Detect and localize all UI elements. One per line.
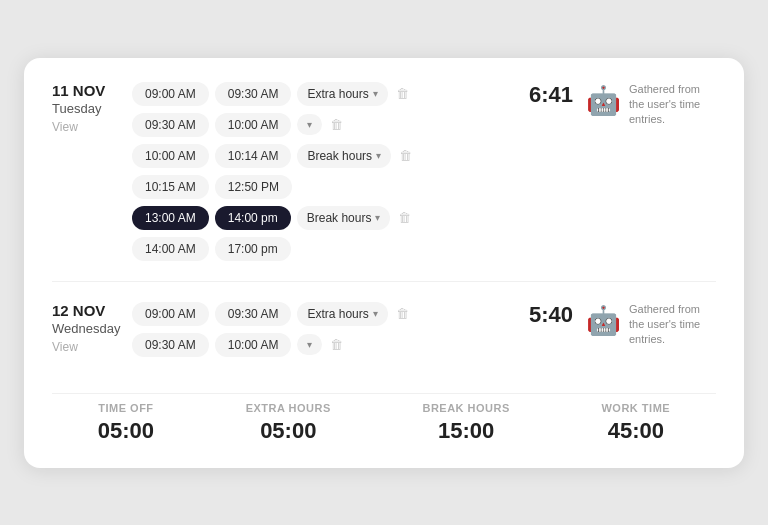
total-time-nov12: 5:40 xyxy=(529,302,573,328)
chevron-icon: ▾ xyxy=(307,119,312,130)
end-time[interactable]: 09:30 AM xyxy=(215,302,292,326)
end-time-active[interactable]: 14:00 pm xyxy=(215,206,291,230)
total-time-off: TIME OFF 05:00 xyxy=(98,402,154,444)
chevron-icon: ▾ xyxy=(373,308,378,319)
break-hours-label: BREAK HOURS xyxy=(422,402,509,414)
entries-nov11: 09:00 AM 09:30 AM Extra hours ▾ 🗑 09:30 … xyxy=(132,82,510,261)
total-break-hours: BREAK HOURS 15:00 xyxy=(422,402,509,444)
entry-row: 09:30 AM 10:00 AM ▾ 🗑 xyxy=(132,333,510,357)
end-time[interactable]: 10:00 AM xyxy=(215,113,292,137)
totals-row: TIME OFF 05:00 EXTRA HOURS 05:00 BREAK H… xyxy=(52,393,716,444)
start-time[interactable]: 09:00 AM xyxy=(132,302,209,326)
entry-row: 14:00 AM 17:00 pm xyxy=(132,237,510,261)
entry-row: 10:00 AM 10:14 AM Break hours ▾ 🗑 xyxy=(132,144,510,168)
time-off-value: 05:00 xyxy=(98,418,154,444)
chevron-icon: ▾ xyxy=(376,150,381,161)
delete-icon[interactable]: 🗑 xyxy=(396,306,409,321)
delete-icon[interactable]: 🗑 xyxy=(396,86,409,101)
delete-icon[interactable]: 🗑 xyxy=(330,117,343,132)
day-section-nov12: 12 NOV Wednesday View 09:00 AM 09:30 AM … xyxy=(52,302,716,377)
day-date-nov12: 12 NOV xyxy=(52,302,132,320)
entry-row: 10:15 AM 12:50 PM xyxy=(132,175,510,199)
start-time[interactable]: 09:00 AM xyxy=(132,82,209,106)
robot-text-nov11: Gathered from the user's time entries. xyxy=(629,82,716,128)
work-time-value: 45:00 xyxy=(601,418,670,444)
end-time[interactable]: 10:14 AM xyxy=(215,144,292,168)
total-time-nov11: 6:41 xyxy=(529,82,573,108)
entry-row: 13:00 AM 14:00 pm Break hours ▾ 🗑 xyxy=(132,206,510,230)
start-time[interactable]: 10:15 AM xyxy=(132,175,209,199)
end-time[interactable]: 12:50 PM xyxy=(215,175,292,199)
day-weekday-nov11: Tuesday xyxy=(52,100,132,118)
start-time[interactable]: 09:30 AM xyxy=(132,333,209,357)
day-label-nov12: 12 NOV Wednesday View xyxy=(52,302,132,354)
entries-nov12: 09:00 AM 09:30 AM Extra hours ▾ 🗑 09:30 … xyxy=(132,302,510,357)
day-section-nov11: 11 NOV Tuesday View 09:00 AM 09:30 AM Ex… xyxy=(52,82,716,282)
tag-break-hours-active[interactable]: Break hours ▾ xyxy=(297,206,391,230)
entry-row: 09:00 AM 09:30 AM Extra hours ▾ 🗑 xyxy=(132,302,510,326)
robot-icon: 🤖 xyxy=(586,304,621,337)
start-time[interactable]: 09:30 AM xyxy=(132,113,209,137)
day-summary-nov11: 6:41 xyxy=(526,82,576,108)
robot-area-nov12: 🤖 Gathered from the user's time entries. xyxy=(586,302,716,348)
main-card: 11 NOV Tuesday View 09:00 AM 09:30 AM Ex… xyxy=(24,58,744,468)
chevron-icon: ▾ xyxy=(307,339,312,350)
delete-icon[interactable]: 🗑 xyxy=(398,210,411,225)
tag-extra-hours[interactable]: Extra hours ▾ xyxy=(297,82,387,106)
day-summary-nov12: 5:40 xyxy=(526,302,576,328)
tag-extra-hours[interactable]: Extra hours ▾ xyxy=(297,302,387,326)
end-time[interactable]: 09:30 AM xyxy=(215,82,292,106)
day-label-nov11: 11 NOV Tuesday View xyxy=(52,82,132,134)
delete-icon[interactable]: 🗑 xyxy=(399,148,412,163)
delete-icon[interactable]: 🗑 xyxy=(330,337,343,352)
robot-icon: 🤖 xyxy=(586,84,621,117)
chevron-icon: ▾ xyxy=(373,88,378,99)
day-weekday-nov12: Wednesday xyxy=(52,320,132,338)
break-hours-value: 15:00 xyxy=(422,418,509,444)
day-view-nov12[interactable]: View xyxy=(52,340,132,354)
robot-text-nov12: Gathered from the user's time entries. xyxy=(629,302,716,348)
entry-row: 09:30 AM 10:00 AM ▾ 🗑 xyxy=(132,113,510,137)
start-time-active[interactable]: 13:00 AM xyxy=(132,206,209,230)
start-time[interactable]: 10:00 AM xyxy=(132,144,209,168)
extra-hours-value: 05:00 xyxy=(246,418,331,444)
time-off-label: TIME OFF xyxy=(98,402,154,414)
chevron-icon: ▾ xyxy=(375,212,380,223)
extra-hours-label: EXTRA HOURS xyxy=(246,402,331,414)
tag-empty[interactable]: ▾ xyxy=(297,334,322,355)
tag-empty[interactable]: ▾ xyxy=(297,114,322,135)
total-work-time: WORK TIME 45:00 xyxy=(601,402,670,444)
entry-row: 09:00 AM 09:30 AM Extra hours ▾ 🗑 xyxy=(132,82,510,106)
robot-area-nov11: 🤖 Gathered from the user's time entries. xyxy=(586,82,716,128)
work-time-label: WORK TIME xyxy=(601,402,670,414)
day-date-nov11: 11 NOV xyxy=(52,82,132,100)
end-time[interactable]: 17:00 pm xyxy=(215,237,291,261)
day-view-nov11[interactable]: View xyxy=(52,120,132,134)
total-extra-hours: EXTRA HOURS 05:00 xyxy=(246,402,331,444)
tag-break-hours[interactable]: Break hours ▾ xyxy=(297,144,391,168)
start-time[interactable]: 14:00 AM xyxy=(132,237,209,261)
end-time[interactable]: 10:00 AM xyxy=(215,333,292,357)
